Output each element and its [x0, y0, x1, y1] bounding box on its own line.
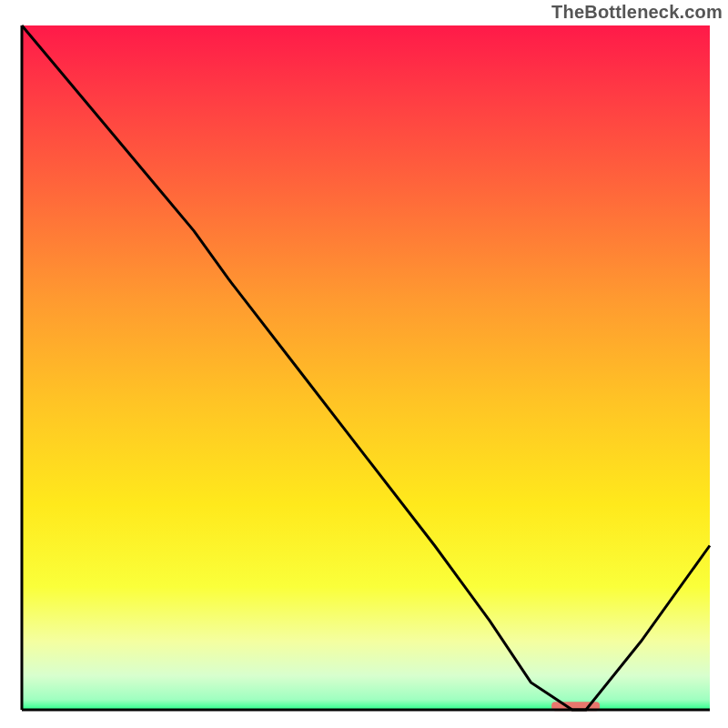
watermark-text: TheBottleneck.com: [551, 2, 723, 23]
bottleneck-chart: [0, 0, 728, 728]
chart-canvas: TheBottleneck.com: [0, 0, 728, 728]
plot-background: [22, 25, 710, 710]
